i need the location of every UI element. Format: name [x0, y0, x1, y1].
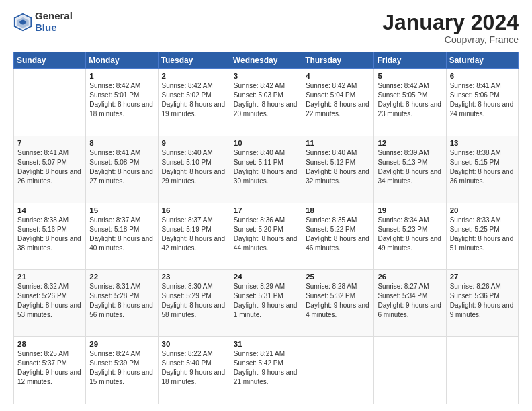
calendar-week-4: 21Sunrise: 8:32 AMSunset: 5:26 PMDayligh…: [14, 270, 519, 337]
day-number: 24: [234, 273, 298, 281]
calendar-cell: 14Sunrise: 8:38 AMSunset: 5:16 PMDayligh…: [14, 203, 86, 270]
calendar-cell: 29Sunrise: 8:24 AMSunset: 5:39 PMDayligh…: [86, 337, 158, 404]
day-number: 17: [234, 206, 298, 214]
calendar-cell: [302, 337, 374, 404]
day-number: 28: [17, 340, 82, 348]
logo-text: General Blue: [35, 11, 73, 33]
header-row: Sunday Monday Tuesday Wednesday Thursday…: [14, 52, 519, 69]
day-number: 2: [162, 72, 226, 80]
calendar-cell: 17Sunrise: 8:36 AMSunset: 5:20 PMDayligh…: [230, 203, 302, 270]
day-info: Sunrise: 8:42 AMSunset: 5:04 PMDaylight:…: [306, 81, 370, 119]
day-number: 6: [450, 72, 515, 80]
day-number: 3: [234, 72, 298, 80]
calendar-cell: 5Sunrise: 8:42 AMSunset: 5:05 PMDaylight…: [374, 69, 446, 136]
day-number: 23: [162, 273, 226, 281]
day-info: Sunrise: 8:40 AMSunset: 5:12 PMDaylight:…: [306, 148, 370, 186]
day-info: Sunrise: 8:42 AMSunset: 5:03 PMDaylight:…: [234, 81, 298, 119]
day-number: 9: [162, 139, 226, 147]
calendar-week-2: 7Sunrise: 8:41 AMSunset: 5:07 PMDaylight…: [14, 136, 519, 203]
col-thursday: Thursday: [302, 52, 374, 69]
day-info: Sunrise: 8:32 AMSunset: 5:26 PMDaylight:…: [17, 282, 82, 320]
col-saturday: Saturday: [446, 52, 518, 69]
col-sunday: Sunday: [14, 52, 86, 69]
day-info: Sunrise: 8:26 AMSunset: 5:36 PMDaylight:…: [450, 282, 515, 320]
day-info: Sunrise: 8:22 AMSunset: 5:40 PMDaylight:…: [162, 349, 226, 387]
day-info: Sunrise: 8:42 AMSunset: 5:02 PMDaylight:…: [162, 81, 226, 119]
day-info: Sunrise: 8:31 AMSunset: 5:28 PMDaylight:…: [89, 282, 154, 320]
day-number: 30: [162, 340, 226, 348]
day-info: Sunrise: 8:34 AMSunset: 5:23 PMDaylight:…: [378, 216, 442, 253]
calendar-week-3: 14Sunrise: 8:38 AMSunset: 5:16 PMDayligh…: [14, 203, 519, 270]
day-number: 5: [378, 72, 442, 80]
day-number: 18: [306, 206, 370, 214]
day-info: Sunrise: 8:42 AMSunset: 5:01 PMDaylight:…: [89, 81, 154, 119]
calendar-cell: 11Sunrise: 8:40 AMSunset: 5:12 PMDayligh…: [302, 136, 374, 203]
calendar-cell: 16Sunrise: 8:37 AMSunset: 5:19 PMDayligh…: [158, 203, 230, 270]
calendar-cell: 4Sunrise: 8:42 AMSunset: 5:04 PMDaylight…: [302, 69, 374, 136]
day-info: Sunrise: 8:35 AMSunset: 5:22 PMDaylight:…: [306, 216, 370, 253]
day-number: 29: [89, 340, 154, 348]
calendar-cell: 3Sunrise: 8:42 AMSunset: 5:03 PMDaylight…: [230, 69, 302, 136]
day-info: Sunrise: 8:41 AMSunset: 5:08 PMDaylight:…: [89, 148, 154, 186]
title-block: January 2024 Coupvray, France: [382, 11, 519, 45]
day-number: 31: [234, 340, 298, 348]
day-number: 19: [378, 206, 442, 214]
day-number: 13: [450, 139, 515, 147]
calendar-cell: 26Sunrise: 8:27 AMSunset: 5:34 PMDayligh…: [374, 270, 446, 337]
day-number: 14: [17, 206, 82, 214]
calendar-week-5: 28Sunrise: 8:25 AMSunset: 5:37 PMDayligh…: [14, 337, 519, 404]
day-info: Sunrise: 8:39 AMSunset: 5:13 PMDaylight:…: [378, 148, 442, 186]
calendar-cell: 15Sunrise: 8:37 AMSunset: 5:18 PMDayligh…: [86, 203, 158, 270]
day-info: Sunrise: 8:38 AMSunset: 5:15 PMDaylight:…: [450, 148, 515, 186]
day-info: Sunrise: 8:27 AMSunset: 5:34 PMDaylight:…: [378, 282, 442, 320]
day-number: 11: [306, 139, 370, 147]
calendar-cell: 27Sunrise: 8:26 AMSunset: 5:36 PMDayligh…: [446, 270, 518, 337]
day-info: Sunrise: 8:37 AMSunset: 5:19 PMDaylight:…: [162, 216, 226, 253]
header: General Blue January 2024 Coupvray, Fran…: [13, 11, 519, 45]
day-info: Sunrise: 8:40 AMSunset: 5:11 PMDaylight:…: [234, 148, 298, 186]
calendar-cell: 30Sunrise: 8:22 AMSunset: 5:40 PMDayligh…: [158, 337, 230, 404]
calendar-cell: 28Sunrise: 8:25 AMSunset: 5:37 PMDayligh…: [14, 337, 86, 404]
calendar-cell: 8Sunrise: 8:41 AMSunset: 5:08 PMDaylight…: [86, 136, 158, 203]
day-number: 26: [378, 273, 442, 281]
day-number: 1: [89, 72, 154, 80]
calendar-cell: 13Sunrise: 8:38 AMSunset: 5:15 PMDayligh…: [446, 136, 518, 203]
calendar-cell: 24Sunrise: 8:29 AMSunset: 5:31 PMDayligh…: [230, 270, 302, 337]
day-number: 20: [450, 206, 515, 214]
calendar-cell: 20Sunrise: 8:33 AMSunset: 5:25 PMDayligh…: [446, 203, 518, 270]
day-info: Sunrise: 8:33 AMSunset: 5:25 PMDaylight:…: [450, 216, 515, 253]
logo-icon: [13, 13, 32, 32]
day-number: 15: [89, 206, 154, 214]
day-info: Sunrise: 8:25 AMSunset: 5:37 PMDaylight:…: [17, 349, 82, 387]
day-info: Sunrise: 8:24 AMSunset: 5:39 PMDaylight:…: [89, 349, 154, 387]
calendar-cell: 6Sunrise: 8:41 AMSunset: 5:06 PMDaylight…: [446, 69, 518, 136]
calendar-cell: 18Sunrise: 8:35 AMSunset: 5:22 PMDayligh…: [302, 203, 374, 270]
calendar-cell: 31Sunrise: 8:21 AMSunset: 5:42 PMDayligh…: [230, 337, 302, 404]
calendar-cell: 12Sunrise: 8:39 AMSunset: 5:13 PMDayligh…: [374, 136, 446, 203]
calendar-cell: 10Sunrise: 8:40 AMSunset: 5:11 PMDayligh…: [230, 136, 302, 203]
day-number: 7: [17, 139, 82, 147]
col-tuesday: Tuesday: [158, 52, 230, 69]
day-info: Sunrise: 8:28 AMSunset: 5:32 PMDaylight:…: [306, 282, 370, 320]
calendar-body: 1Sunrise: 8:42 AMSunset: 5:01 PMDaylight…: [14, 69, 519, 404]
day-info: Sunrise: 8:21 AMSunset: 5:42 PMDaylight:…: [234, 349, 298, 387]
title-month: January 2024: [382, 11, 519, 34]
day-number: 12: [378, 139, 442, 147]
logo: General Blue: [13, 11, 73, 33]
day-number: 16: [162, 206, 226, 214]
calendar-cell: [374, 337, 446, 404]
calendar-cell: 9Sunrise: 8:40 AMSunset: 5:10 PMDaylight…: [158, 136, 230, 203]
title-location: Coupvray, France: [382, 34, 519, 45]
col-wednesday: Wednesday: [230, 52, 302, 69]
day-number: 25: [306, 273, 370, 281]
col-monday: Monday: [86, 52, 158, 69]
day-info: Sunrise: 8:41 AMSunset: 5:06 PMDaylight:…: [450, 81, 515, 119]
day-info: Sunrise: 8:40 AMSunset: 5:10 PMDaylight:…: [162, 148, 226, 186]
calendar-cell: [446, 337, 518, 404]
calendar-cell: 19Sunrise: 8:34 AMSunset: 5:23 PMDayligh…: [374, 203, 446, 270]
calendar-cell: 21Sunrise: 8:32 AMSunset: 5:26 PMDayligh…: [14, 270, 86, 337]
calendar-cell: 2Sunrise: 8:42 AMSunset: 5:02 PMDaylight…: [158, 69, 230, 136]
day-number: 10: [234, 139, 298, 147]
day-info: Sunrise: 8:38 AMSunset: 5:16 PMDaylight:…: [17, 216, 82, 253]
calendar-cell: 22Sunrise: 8:31 AMSunset: 5:28 PMDayligh…: [86, 270, 158, 337]
